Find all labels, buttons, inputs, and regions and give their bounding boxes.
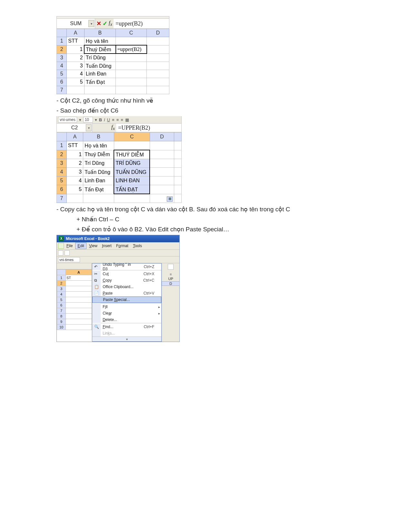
cell[interactable] — [174, 168, 182, 176]
menu-expand-icon[interactable]: ▾ — [92, 336, 161, 341]
cell[interactable] — [147, 78, 169, 86]
row-header[interactable]: 4 — [57, 168, 67, 176]
col-header-C[interactable]: C — [116, 29, 147, 37]
row-header[interactable]: 5 — [57, 297, 66, 303]
cell[interactable] — [174, 176, 182, 185]
cell[interactable] — [150, 168, 174, 176]
cell[interactable] — [66, 319, 92, 325]
row-header[interactable]: 7 — [57, 308, 66, 314]
menu-item-clear[interactable]: Clear ▸ — [92, 310, 161, 316]
align-right-icon[interactable]: ≡ — [121, 117, 123, 122]
row-header[interactable]: 7 — [57, 86, 67, 94]
cell[interactable]: TRÍ DŨNG — [114, 159, 150, 168]
cell[interactable] — [116, 37, 147, 45]
spreadsheet-3[interactable]: A 1ST 2 3 4 5 6 7 8 9 10 — [57, 263, 92, 342]
cell[interactable]: Thuý Diễm — [83, 150, 114, 159]
col-header-A[interactable]: A — [66, 133, 83, 141]
italic-icon[interactable]: I — [104, 117, 105, 122]
row-header[interactable]: 1 — [57, 37, 67, 45]
cell[interactable] — [66, 325, 92, 330]
select-all-corner[interactable] — [57, 29, 67, 37]
cell[interactable]: 4 — [66, 176, 83, 185]
font-size-box[interactable]: 10 — [83, 117, 93, 123]
cell[interactable] — [67, 86, 84, 94]
cell[interactable] — [147, 86, 169, 94]
col-header-A[interactable]: A — [67, 29, 84, 37]
menu-item-copy[interactable]: ⧉ Copy Ctrl+C — [92, 277, 161, 284]
menu-item-paste-special-selected[interactable]: Paste Special... — [92, 296, 161, 303]
align-icon[interactable]: ≡ — [170, 272, 172, 276]
cell[interactable]: ▦ — [150, 194, 174, 203]
cell[interactable]: 4 — [67, 70, 84, 78]
cell[interactable] — [174, 194, 182, 203]
cell[interactable]: 2 — [66, 159, 83, 168]
merge-icon[interactable]: ▦ — [125, 117, 129, 122]
row-header[interactable]: 2 — [57, 281, 66, 286]
new-icon[interactable] — [58, 250, 63, 256]
row-header[interactable]: 5 — [57, 70, 67, 78]
cell[interactable] — [147, 45, 169, 54]
cell[interactable]: TUẤN DŨNG — [114, 168, 150, 176]
cell[interactable] — [116, 86, 147, 94]
select-all-corner[interactable] — [57, 270, 66, 275]
cell[interactable] — [116, 78, 147, 86]
cell[interactable]: 5 — [66, 185, 83, 194]
name-box-1[interactable]: SUM ▾ — [57, 19, 95, 28]
cell[interactable] — [150, 176, 174, 185]
cell-B2[interactable]: Thuý Diễm — [84, 45, 115, 54]
select-all-corner[interactable] — [57, 133, 67, 141]
cell[interactable] — [83, 194, 114, 203]
col-header-D[interactable]: D — [147, 29, 169, 37]
font-name-box[interactable]: vni-umes — [58, 117, 77, 123]
menu-file[interactable]: File — [65, 243, 75, 249]
col-header-E[interactable] — [174, 133, 182, 141]
cell-C2-active[interactable]: THUÝ DIỄM — [114, 150, 150, 159]
col-header-B[interactable]: B — [83, 133, 114, 141]
cell[interactable] — [147, 62, 169, 70]
col-header-C-selected[interactable]: C — [114, 133, 150, 141]
formula-input-2[interactable]: =UPPER(B2) — [116, 124, 181, 132]
row-header[interactable]: 4 — [57, 292, 66, 297]
cell[interactable] — [66, 308, 92, 314]
cell[interactable] — [66, 297, 92, 303]
row-header[interactable]: 3 — [57, 54, 67, 62]
row-header[interactable]: 8 — [57, 314, 66, 319]
cell[interactable] — [174, 141, 182, 150]
cell[interactable]: 2 — [67, 54, 84, 62]
font-name-box-3[interactable]: vni-times — [58, 257, 80, 262]
dropdown-icon[interactable]: ▾ — [95, 117, 97, 122]
col-header-B[interactable]: B — [84, 29, 115, 37]
fx-icon[interactable]: fx — [111, 124, 115, 131]
cell[interactable]: Linh Đan — [83, 176, 114, 185]
cell[interactable] — [174, 185, 182, 194]
align-left-icon[interactable]: ≡ — [112, 117, 115, 122]
cell[interactable]: Họ và tên — [83, 141, 114, 150]
col-header-A[interactable]: A — [66, 270, 92, 275]
cell[interactable] — [66, 194, 83, 203]
cell[interactable] — [116, 62, 147, 70]
row-header[interactable]: 6 — [57, 303, 66, 308]
cell[interactable]: 3 — [67, 62, 84, 70]
spreadsheet-2[interactable]: A B C D 1 STT Họ và tên 2 1 Thuý Diễm TH… — [56, 132, 182, 203]
menu-item-find[interactable]: 🔍 Find... Ctrl+F — [92, 324, 161, 330]
spreadsheet-1[interactable]: A B C D 1 STT Họ và tên 2 1 Thuý Diễm =u… — [56, 29, 169, 94]
cell[interactable]: 3 — [66, 168, 83, 176]
cell[interactable] — [66, 286, 92, 292]
row-header[interactable]: 5 — [57, 176, 67, 185]
cell[interactable] — [147, 37, 169, 45]
row-header[interactable]: 3 — [57, 286, 66, 292]
cell[interactable] — [116, 70, 147, 78]
cell[interactable] — [150, 185, 174, 194]
cell[interactable] — [84, 86, 115, 94]
row-header[interactable]: 3 — [57, 159, 67, 168]
cell[interactable] — [174, 159, 182, 168]
cell[interactable]: Tấn Đạt — [83, 185, 114, 194]
menu-item-undo[interactable]: ↶ Undo Typing " in D3 Ctrl+Z — [92, 264, 161, 270]
cell[interactable]: 5 — [67, 78, 84, 86]
cell[interactable]: TẤN ĐẠT — [114, 185, 150, 194]
dropdown-icon[interactable]: ▾ — [79, 117, 81, 122]
cell[interactable]: STT — [66, 141, 83, 150]
cell[interactable] — [66, 303, 92, 308]
open-icon[interactable] — [65, 250, 70, 256]
menu-item-fill[interactable]: Fill ▸ — [92, 304, 161, 310]
